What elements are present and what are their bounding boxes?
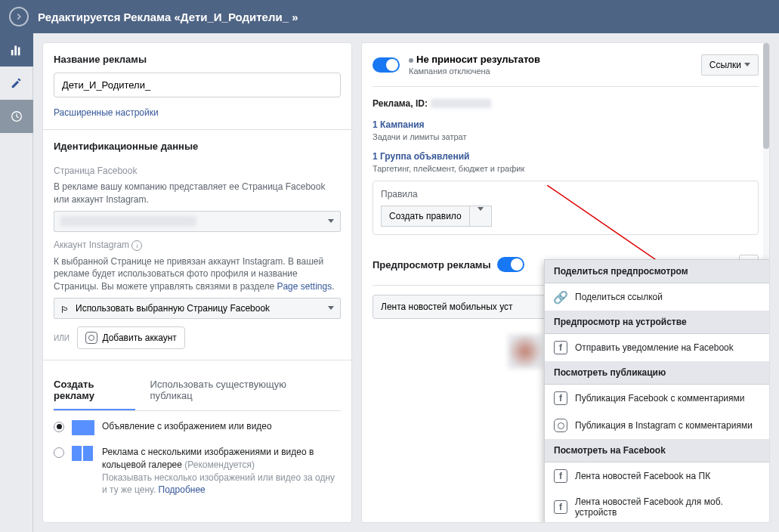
main-content: Название рекламы Расширенные настройки И…: [33, 33, 779, 532]
rules-label: Правила: [381, 189, 750, 200]
thumbnail-single-icon: [72, 420, 94, 435]
campaign-link[interactable]: 1 Кампания: [372, 119, 425, 130]
radio-icon: [54, 447, 64, 458]
menu-header-view-post: Посмотреть публикацию: [545, 361, 770, 385]
menu-item-ig-post-comments[interactable]: Публикация в Instagram с комментариями: [545, 412, 770, 439]
page-title: Редактируется Реклама «Дети_И_Родители_ …: [38, 11, 298, 23]
campaign-sub: Задачи и лимиты затрат: [372, 132, 759, 141]
sidebar: [0, 33, 33, 532]
menu-item-fb-desktop-feed[interactable]: f Лента новостей Facebook на ПК: [545, 462, 770, 490]
identity-title: Идентификационные данные: [54, 141, 341, 152]
sidebar-item-edit[interactable]: [0, 66, 33, 100]
instagram-icon: [85, 332, 97, 344]
advanced-settings-link[interactable]: Расширенные настройки: [54, 107, 159, 118]
right-column: Не приносит результатов Кампания отключе…: [361, 42, 770, 523]
status-sub: Кампания отключена: [409, 66, 692, 76]
ad-id-line: Реклама, ID:: [372, 96, 759, 110]
create-rule-button[interactable]: Создать правило: [381, 206, 470, 227]
facebook-icon: f: [554, 391, 567, 405]
links-dropdown-button[interactable]: Ссылки: [701, 54, 759, 76]
menu-item-share-link[interactable]: 🔗 Поделиться ссылкой: [545, 283, 770, 311]
share-dropdown-menu: Поделиться предпросмотром 🔗 Поделиться с…: [544, 259, 770, 523]
tab-create-ad[interactable]: Создать рекламу: [54, 371, 135, 410]
facebook-icon: f: [554, 500, 567, 514]
facebook-icon: f: [554, 341, 567, 354]
thumbnail-carousel-icon: [72, 446, 94, 461]
rules-section: Правила Создать правило: [372, 181, 759, 235]
caret-down-icon: [328, 306, 334, 310]
left-column: Название рекламы Расширенные настройки И…: [42, 42, 352, 523]
sidebar-item-performance[interactable]: [0, 33, 33, 66]
caret-down-icon: [328, 219, 334, 223]
menu-header-share: Поделиться предпросмотром: [545, 260, 770, 283]
ad-status-toggle[interactable]: [372, 57, 400, 73]
status-title: Не приносит результатов: [416, 54, 540, 65]
page-settings-link[interactable]: Page settings: [277, 281, 332, 292]
use-page-button[interactable]: 🏳Использовать выбранную Страницу Faceboo…: [54, 298, 341, 319]
menu-header-view-fb: Посмотреть на Facebook: [545, 439, 770, 462]
radio-carousel[interactable]: Реклама с несколькими изображениями и ви…: [54, 446, 341, 496]
fb-page-select[interactable]: [54, 211, 341, 232]
preview-toggle[interactable]: [497, 257, 524, 272]
tab-existing-post[interactable]: Использовать существующую публикац: [150, 371, 326, 410]
info-icon[interactable]: i: [131, 240, 142, 251]
preview-label: Предпросмотр рекламы: [372, 259, 491, 271]
radio-single-image[interactable]: Объявление с изображением или видео: [54, 420, 341, 435]
add-instagram-button[interactable]: Добавить аккаунт: [77, 326, 184, 349]
rule-dropdown-button[interactable]: [470, 206, 492, 227]
menu-item-fb-notification[interactable]: f Отправить уведомление на Facebook: [545, 334, 770, 361]
ad-name-input[interactable]: [54, 73, 341, 97]
caret-down-icon: [744, 63, 750, 66]
more-link[interactable]: Подробнее: [159, 484, 206, 495]
adgroup-sub: Таргетинг, плейсмент, бюджет и график: [372, 164, 759, 173]
facebook-icon: f: [554, 469, 567, 483]
or-label: ИЛИ: [54, 334, 70, 342]
insta-desc: К выбранной Странице не привязан аккаунт…: [54, 255, 341, 293]
adgroup-link[interactable]: 1 Группа объявлений: [372, 151, 469, 162]
fb-page-desc: В рекламе вашу компанию представляет ее …: [54, 181, 341, 206]
fb-page-label: Страница Facebook: [54, 165, 341, 176]
radio-icon: [54, 422, 64, 432]
expand-icon[interactable]: [9, 7, 29, 26]
link-icon: 🔗: [554, 290, 567, 304]
sidebar-item-history[interactable]: [0, 100, 33, 133]
menu-item-fb-post-comments[interactable]: f Публикация Facebook с комментариями: [545, 385, 770, 412]
topbar: Редактируется Реклама «Дети_И_Родители_ …: [0, 0, 779, 33]
menu-item-fb-mobile-feed[interactable]: f Лента новостей Facebook для моб. устро…: [545, 490, 770, 523]
ad-name-label: Название рекламы: [54, 54, 341, 65]
insta-label: Аккаунт Instagram i: [54, 240, 341, 251]
menu-header-device: Предпросмотр на устройстве: [545, 311, 770, 334]
instagram-icon: [554, 419, 567, 432]
create-tabs: Создать рекламу Использовать существующу…: [54, 371, 341, 411]
